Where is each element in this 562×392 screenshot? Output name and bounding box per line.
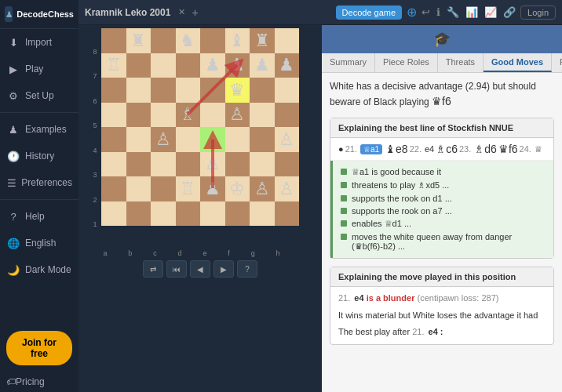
help-board-button[interactable]: ? xyxy=(237,260,257,278)
square-a4[interactable] xyxy=(101,127,126,152)
square-c5[interactable] xyxy=(151,103,176,128)
square-e6[interactable] xyxy=(200,78,225,103)
close-tab-button[interactable]: ✕ xyxy=(178,7,185,17)
square-d7[interactable] xyxy=(176,53,201,78)
square-g5[interactable] xyxy=(250,103,275,128)
engine-icon[interactable]: 🔧 xyxy=(447,6,459,18)
bars-icon[interactable]: 📊 xyxy=(465,6,478,18)
square-e4[interactable] xyxy=(200,127,225,152)
square-d8[interactable]: ♞ xyxy=(176,28,201,53)
square-g1[interactable] xyxy=(250,201,275,227)
square-f4[interactable] xyxy=(225,127,250,152)
sidebar-item-setup[interactable]: ⚙ Set Up xyxy=(0,82,78,109)
summary-text: White has a decisive advantage (2.94) bu… xyxy=(330,79,554,110)
square-f5[interactable]: ♙ xyxy=(225,103,250,128)
square-f8[interactable]: ♝ xyxy=(225,28,250,53)
square-c7[interactable] xyxy=(151,53,176,78)
plus-icon[interactable]: ⊕ xyxy=(407,5,417,20)
login-button[interactable]: Login xyxy=(520,5,556,20)
square-h6[interactable] xyxy=(275,78,300,103)
square-a2[interactable] xyxy=(101,176,126,201)
history-icon: 🕐 xyxy=(6,149,20,163)
square-e8[interactable] xyxy=(200,28,225,53)
tab-piece-roles[interactable]: Piece Roles xyxy=(375,53,438,72)
tab-threats[interactable]: Threats xyxy=(438,53,484,72)
square-b8[interactable]: ♜ xyxy=(126,28,151,53)
square-a8[interactable] xyxy=(101,28,126,53)
square-h1[interactable] xyxy=(275,201,300,227)
sidebar-item-pricing[interactable]: 🏷 Pricing xyxy=(0,372,78,392)
square-h4[interactable]: ♙ xyxy=(275,127,300,152)
square-a6[interactable] xyxy=(101,78,126,103)
flip-board-button[interactable]: ⇄ xyxy=(143,260,163,278)
square-e2[interactable]: ♟ xyxy=(200,176,225,201)
square-b2[interactable] xyxy=(126,176,151,201)
square-a5[interactable] xyxy=(101,103,126,128)
sidebar-item-examples[interactable]: ♟ Examples xyxy=(0,116,78,143)
undo-icon[interactable]: ↩ xyxy=(422,6,430,18)
square-f7[interactable]: ♟ xyxy=(225,53,250,78)
sidebar-item-english[interactable]: 🌐 English xyxy=(0,230,78,256)
square-d1[interactable] xyxy=(176,201,201,227)
sidebar-item-play[interactable]: ▶ Play xyxy=(0,56,78,82)
square-e1[interactable] xyxy=(200,201,225,227)
add-tab-button[interactable]: + xyxy=(192,6,198,19)
sidebar-item-help[interactable]: ? Help xyxy=(0,203,78,230)
prev-button[interactable]: ◀ xyxy=(190,260,210,278)
sidebar-item-darkmode[interactable]: 🌙 Dark Mode xyxy=(0,256,78,283)
square-h2[interactable]: ♙ xyxy=(275,176,300,201)
tab-good-moves[interactable]: Good Moves xyxy=(484,53,552,72)
info-icon[interactable]: ℹ xyxy=(436,6,440,18)
next-button[interactable]: ▶ xyxy=(213,260,234,278)
square-d6[interactable] xyxy=(176,78,201,103)
square-d3[interactable] xyxy=(176,152,201,177)
square-g3[interactable] xyxy=(250,152,275,177)
square-h5[interactable] xyxy=(275,103,300,128)
square-g6[interactable] xyxy=(250,78,275,103)
square-h3[interactable] xyxy=(275,152,300,177)
prev-start-button[interactable]: ⏮ xyxy=(166,260,187,278)
square-h7[interactable]: ♟ xyxy=(275,53,300,78)
join-button[interactable]: Join for free xyxy=(6,331,72,365)
square-b3[interactable] xyxy=(126,152,151,177)
square-a1[interactable] xyxy=(101,201,126,227)
square-g4[interactable] xyxy=(250,127,275,152)
square-c8[interactable] xyxy=(151,28,176,53)
sidebar-item-import[interactable]: ⬇ Import xyxy=(0,29,78,56)
sidebar-item-history[interactable]: 🕐 History xyxy=(0,143,78,169)
square-h8[interactable] xyxy=(275,28,300,53)
square-b7[interactable] xyxy=(126,53,151,78)
square-c3[interactable] xyxy=(151,152,176,177)
square-b1[interactable] xyxy=(126,201,151,227)
square-d4[interactable] xyxy=(176,127,201,152)
share-icon[interactable]: 🔗 xyxy=(503,6,516,18)
chessboard: ♜ ♞ ♝ ♜ ♖ ♟ ♟ ♟ ♟ xyxy=(101,28,299,226)
square-c4[interactable]: ♙ xyxy=(151,127,176,152)
square-b6[interactable] xyxy=(126,78,151,103)
explanation-list: ♕a1 is good because it threatens to play… xyxy=(330,161,553,258)
tab-summary[interactable]: Summary xyxy=(322,53,375,72)
square-f1[interactable] xyxy=(225,201,250,227)
tab-plan[interactable]: Plan xyxy=(552,53,562,72)
square-b4[interactable] xyxy=(126,127,151,152)
decode-game-button[interactable]: Decode game xyxy=(336,5,403,20)
square-f6[interactable]: ♛ xyxy=(225,78,250,103)
square-d5[interactable]: ♗ xyxy=(176,103,201,128)
square-b5[interactable] xyxy=(126,103,151,128)
square-c2[interactable] xyxy=(151,176,176,201)
square-f2[interactable]: ♔ xyxy=(225,176,250,201)
square-a3[interactable] xyxy=(101,152,126,177)
square-a7[interactable]: ♖ xyxy=(101,53,126,78)
square-c6[interactable] xyxy=(151,78,176,103)
square-e3[interactable]: ♙ xyxy=(200,152,225,177)
square-g2[interactable]: ♙ xyxy=(250,176,275,201)
square-e5[interactable] xyxy=(200,103,225,128)
square-d2[interactable]: ♖ xyxy=(176,176,201,201)
chart-icon[interactable]: 📈 xyxy=(484,6,497,18)
square-f3[interactable] xyxy=(225,152,250,177)
square-e7[interactable]: ♟ xyxy=(200,53,225,78)
sidebar-item-preferences[interactable]: ☰ Preferences xyxy=(0,169,78,196)
square-g7[interactable]: ♟ xyxy=(250,53,275,78)
square-g8[interactable]: ♜ xyxy=(250,28,275,53)
square-c1[interactable] xyxy=(151,201,176,227)
